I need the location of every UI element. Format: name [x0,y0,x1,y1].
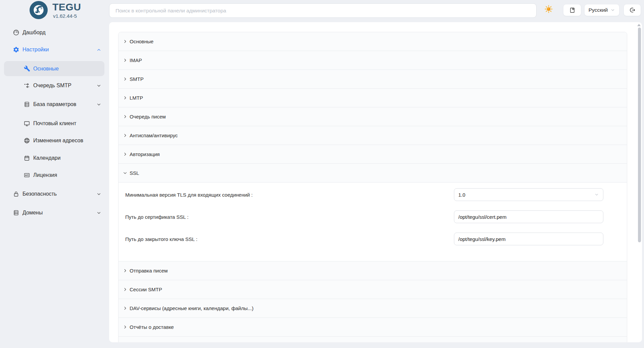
chevron-down-icon [96,210,101,215]
sidebar-item-mail-client[interactable]: Почтовый клиент [0,116,108,131]
chevron-right-icon [123,268,127,273]
accordion-section-delivery-reports[interactable]: Отчёты о доставке [119,318,627,337]
database-icon [13,209,19,216]
settings-accordion: Основные IMAP SMTP LMTP [118,32,627,342]
sidebar-item-general[interactable]: Основные [4,61,104,76]
accordion-section-label: Отчёты о доставке [130,324,174,330]
ssl-cert-input[interactable] [454,210,603,223]
sidebar-item-address-changes[interactable]: Изменения адресов [0,133,108,148]
accordion-section-mail-sending[interactable]: Отправка писем [119,261,627,280]
ssl-panel-content: Минимальная версия TLS для входящих соед… [119,183,627,261]
accordion-section-mail-queue[interactable]: Очередь писем [119,107,627,126]
accordion-section-label: Сессии SMTP [130,287,162,292]
tegu-logo-icon [30,1,48,19]
accordion-section-label: Отправка писем [130,268,168,274]
chevron-right-icon [123,306,127,310]
accordion-section-label: LMTP [130,95,143,101]
wrench-icon [24,65,30,72]
chevron-right-icon [123,287,127,292]
logout-button[interactable] [624,4,641,16]
sidebar-item-parameters-db[interactable]: База параметров [0,97,108,112]
chevron-down-icon [594,192,599,197]
admin-panel: TEGU v1.62.44-5 Дашборд Настройки [0,0,644,348]
chevron-down-icon [96,102,101,107]
gear-icon [13,46,19,53]
tls-version-value: 1.0 [458,192,465,198]
accordion-section-label: IMAP [130,57,142,63]
logout-icon [629,7,636,13]
ssl-cert-row: Путь до сертификата SSL : [125,210,603,223]
accordion-section-imap[interactable]: IMAP [119,51,627,70]
sidebar-item-label: Основные [33,66,59,72]
chevron-down-icon [96,83,101,88]
accordion-section-logging[interactable]: Журналирование [119,337,627,342]
dashboard-icon [13,29,19,36]
accordion-section-authorization[interactable]: Авторизация [119,145,627,164]
app-version: v1.62.44-5 [53,13,77,19]
scrollbar-up-arrow[interactable] [637,24,641,26]
chevron-down-icon [96,192,101,197]
search-input[interactable] [109,3,537,18]
tls-version-select[interactable]: 1.0 [454,188,603,201]
accordion-section-label: Авторизация [130,151,160,157]
accordion-section-label: DAV-сервисы (адресные книги, календари, … [130,305,254,311]
chevron-right-icon [123,133,127,138]
ssl-cert-label: Путь до сертификата SSL : [125,214,188,220]
accordion-section-general[interactable]: Основные [119,32,627,51]
sidebar-item-license[interactable]: Лицензия [0,168,108,183]
lock-icon [13,191,19,197]
sun-icon[interactable] [544,4,553,14]
chevron-right-icon [123,325,127,329]
sidebar-item-domains[interactable]: Домены [0,205,108,220]
sidebar-item-label: Дашборд [22,30,46,36]
accordion-section-lmtp[interactable]: LMTP [119,89,627,107]
chevron-down-icon [610,8,615,12]
book-icon [569,7,576,13]
sidebar-item-label: Безопасность [22,191,57,197]
chevron-right-icon [123,39,127,44]
tls-version-row: Минимальная версия TLS для входящих соед… [125,188,603,201]
accordion-section-label: SSL [130,170,139,176]
scrollbar-thumb[interactable] [638,28,641,242]
accordion-section-smtp[interactable]: SMTP [119,70,627,89]
accordion-section-label: Основные [130,39,153,44]
accordion-section-ssl[interactable]: SSL [119,164,627,183]
ssl-key-input[interactable] [454,233,603,245]
tls-version-label: Минимальная версия TLS для входящих соед… [125,192,253,198]
chevron-down-icon [123,171,127,175]
sidebar-item-label: Лицензия [33,172,57,178]
sidebar: TEGU v1.62.44-5 Дашборд Настройки [0,0,108,348]
sidebar-item-label: База параметров [33,101,76,107]
sidebar-item-label: Настройки [22,47,49,53]
sidebar-item-smtp-queue[interactable]: Очередь SMTP [0,78,108,93]
chevron-right-icon [123,96,127,100]
docs-button[interactable] [563,4,581,16]
chevron-up-icon [96,47,101,52]
language-selector[interactable]: Русский [584,4,619,16]
sidebar-item-security[interactable]: Безопасность [0,187,108,201]
sidebar-item-calendars[interactable]: Календари [0,151,108,165]
accordion-section-antispam[interactable]: Антиспам/антивирус [119,126,627,145]
main-content: Основные IMAP SMTP LMTP [109,22,642,342]
accordion-section-label: SMTP [130,76,144,82]
chevron-right-icon [123,58,127,62]
sidebar-item-label: Почтовый клиент [33,120,76,127]
accordion-section-label: Очередь писем [130,114,166,119]
sidebar-item-label: Очередь SMTP [33,83,72,89]
database-icon [24,101,30,108]
language-label: Русский [589,7,608,13]
accordion-section-dav-services[interactable]: DAV-сервисы (адресные книги, календари, … [119,299,627,318]
id-card-icon [24,172,30,179]
sidebar-item-settings[interactable]: Настройки [0,42,108,57]
sidebar-item-label: Календари [33,155,60,161]
ssl-key-row: Путь до закрытого ключа SSL : [125,233,603,245]
accordion-section-label: Антиспам/антивирус [130,133,178,138]
accordion-section-smtp-sessions[interactable]: Сессии SMTP [119,280,627,299]
chevron-right-icon [123,114,127,119]
calendar-icon [24,155,30,161]
sidebar-item-dashboard[interactable]: Дашборд [0,25,108,40]
globe-icon [24,137,30,144]
app-name: TEGU [52,1,81,13]
queue-icon [24,82,30,89]
chevron-right-icon [123,152,127,156]
